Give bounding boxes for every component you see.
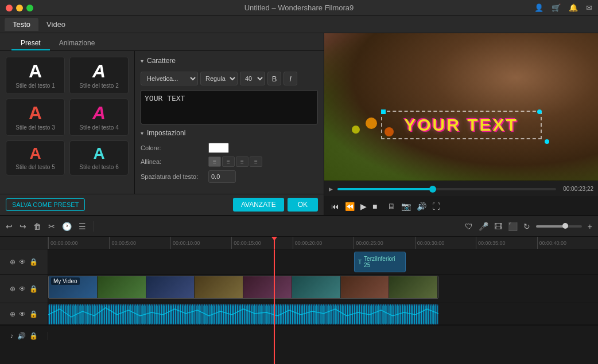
- minimize-button[interactable]: [16, 5, 23, 11]
- fruit-1: [366, 118, 377, 129]
- add-video-track-icon[interactable]: ⊕: [10, 285, 15, 293]
- message-icon[interactable]: ✉: [586, 3, 592, 12]
- lines-icon[interactable]: ☰: [79, 222, 86, 231]
- film-icon[interactable]: 🎞: [494, 222, 502, 231]
- audio-eye-icon[interactable]: 👁: [19, 310, 26, 318]
- spacing-input[interactable]: [208, 170, 236, 183]
- font-family-select[interactable]: Helvetica...: [141, 72, 198, 85]
- text-overlay-container[interactable]: YOUR TEXT: [381, 111, 542, 139]
- shield-icon[interactable]: 🛡: [465, 222, 473, 231]
- preview-panel: YOUR TEXT ▶ 00:00:23;22 ⏮ ⏪ ▶ ■ 🖥 📷: [324, 33, 598, 215]
- step-back-button[interactable]: ⏪: [345, 202, 355, 211]
- mic-icon[interactable]: 🎤: [479, 222, 488, 231]
- add-track-icon[interactable]: ⊕: [10, 258, 15, 266]
- video-clip[interactable]: My Video: [48, 276, 438, 299]
- film-frame-7: [341, 276, 390, 298]
- music-volume-icon[interactable]: 🔊: [17, 332, 26, 340]
- camera-icon[interactable]: 📷: [401, 202, 411, 211]
- film-frame-8: [389, 276, 438, 298]
- zoom-knob[interactable]: [562, 223, 568, 229]
- align-left-button[interactable]: ≡: [208, 156, 221, 167]
- delete-icon[interactable]: 🗑: [33, 222, 41, 231]
- preset-label-2: Stile del testo 2: [79, 83, 118, 89]
- history-icon[interactable]: 🕐: [62, 222, 72, 231]
- preset-item-6[interactable]: A Stile del testo 6: [69, 140, 129, 175]
- spacing-label: Spaziatura del testo:: [141, 173, 204, 180]
- time-knob[interactable]: [429, 186, 436, 193]
- preset-item-4[interactable]: A Stile del testo 4: [69, 99, 129, 136]
- ruler-playhead: [274, 237, 275, 249]
- text-clip-icon: T: [358, 259, 362, 265]
- video-lock-icon[interactable]: 🔒: [29, 285, 38, 293]
- svg-rect-1: [48, 304, 438, 324]
- playback-controls: ⏮ ⏪ ▶ ■ 🖥 📷 🔊 ⛶: [324, 197, 598, 215]
- film-frame-3: [146, 276, 195, 298]
- zoom-slider[interactable]: [536, 225, 582, 228]
- monitor-small-icon[interactable]: ⬛: [508, 222, 518, 231]
- loop-icon[interactable]: ↻: [523, 222, 530, 231]
- ruler-mark-1: 00:00:5:00: [109, 237, 170, 249]
- undo-icon[interactable]: ↩: [6, 222, 13, 231]
- avanzate-button[interactable]: AVANZATE: [233, 198, 284, 212]
- tab-video[interactable]: Video: [38, 18, 73, 31]
- film-frame-2: [98, 276, 146, 298]
- account-icon[interactable]: 👤: [534, 3, 543, 12]
- tab-testo[interactable]: Testo: [5, 18, 38, 31]
- save-preset-button[interactable]: SALVA COME PRESET: [6, 198, 85, 211]
- eye-icon[interactable]: 👁: [19, 258, 26, 266]
- align-justify-button[interactable]: ≡: [250, 156, 262, 167]
- color-swatch[interactable]: [208, 143, 229, 153]
- fullscreen-icon[interactable]: ⛶: [432, 202, 440, 211]
- close-button[interactable]: [6, 5, 13, 11]
- ok-button[interactable]: OK: [288, 198, 318, 212]
- music-note-icon[interactable]: ♪: [10, 332, 14, 340]
- add-audio-track-icon[interactable]: ⊕: [10, 310, 15, 318]
- character-section-label: Carattere: [147, 57, 176, 65]
- text-input[interactable]: YOUR TEXT: [141, 90, 318, 124]
- preset-item-1[interactable]: A Stile del testo 1: [6, 57, 65, 94]
- maximize-button[interactable]: [26, 5, 33, 11]
- text-clip[interactable]: T TerziInferiori 25: [354, 252, 406, 272]
- handle-right[interactable]: [545, 139, 549, 144]
- handle-top-right[interactable]: [537, 109, 542, 114]
- preset-letter-5: A: [29, 146, 41, 162]
- lock-icon[interactable]: 🔒: [29, 258, 38, 266]
- redo-icon[interactable]: ↪: [20, 222, 26, 231]
- film-frame-5: [243, 276, 292, 298]
- preset-item-2[interactable]: A Stile del testo 2: [69, 57, 129, 94]
- film-frame-6: [292, 276, 341, 298]
- handle-top-left[interactable]: [381, 109, 386, 114]
- audio-waveform[interactable]: [48, 304, 438, 324]
- stop-button[interactable]: ■: [372, 202, 377, 211]
- italic-button[interactable]: I: [284, 72, 297, 85]
- add-icon[interactable]: +: [588, 222, 592, 231]
- align-center-button[interactable]: ≡: [222, 156, 235, 167]
- play-button[interactable]: ▶: [360, 202, 367, 211]
- cut-icon[interactable]: ✂: [48, 222, 55, 231]
- tab-animazione[interactable]: Animazione: [50, 37, 104, 50]
- monitor-icon[interactable]: 🖥: [387, 202, 395, 211]
- time-progress[interactable]: [337, 188, 556, 190]
- rewind-button[interactable]: ⏮: [331, 202, 339, 211]
- bold-button[interactable]: B: [267, 72, 281, 85]
- preset-item-5[interactable]: A Stile del testo 5: [6, 140, 65, 175]
- font-size-select[interactable]: 40: [240, 72, 265, 85]
- ruler-mark-8: 00:00:40:00: [537, 237, 598, 249]
- cart-icon[interactable]: 🛒: [552, 3, 561, 12]
- notification-icon[interactable]: 🔔: [569, 3, 578, 12]
- volume-icon[interactable]: 🔊: [417, 202, 426, 211]
- align-label: Allinea:: [141, 158, 204, 165]
- preset-label-1: Stile del testo 1: [15, 83, 55, 89]
- preset-item-3[interactable]: A Stile del testo 3: [6, 99, 65, 136]
- video-track-body: My Video: [48, 275, 598, 303]
- music-lock-icon[interactable]: 🔒: [29, 332, 38, 340]
- timeline-tracks-wrapper: ⊕ 👁 🔒 T TerziInferiori 25 ⊕ 👁 🔒: [0, 249, 598, 364]
- tab-preset[interactable]: Preset: [11, 37, 50, 50]
- video-eye-icon[interactable]: 👁: [19, 285, 26, 293]
- align-right-button[interactable]: ≡: [236, 156, 248, 167]
- timeline-area: ↩ ↪ 🗑 ✂ 🕐 ☰ 🛡 🎤 🎞 ⬛ ↻ + 00:00:00:00 00:0…: [0, 215, 598, 364]
- preset-letter-3: A: [29, 104, 42, 122]
- font-style-select[interactable]: Regular: [200, 72, 238, 85]
- text-clip-label: TerziInferiori 25: [364, 256, 402, 268]
- audio-lock-icon[interactable]: 🔒: [29, 310, 38, 318]
